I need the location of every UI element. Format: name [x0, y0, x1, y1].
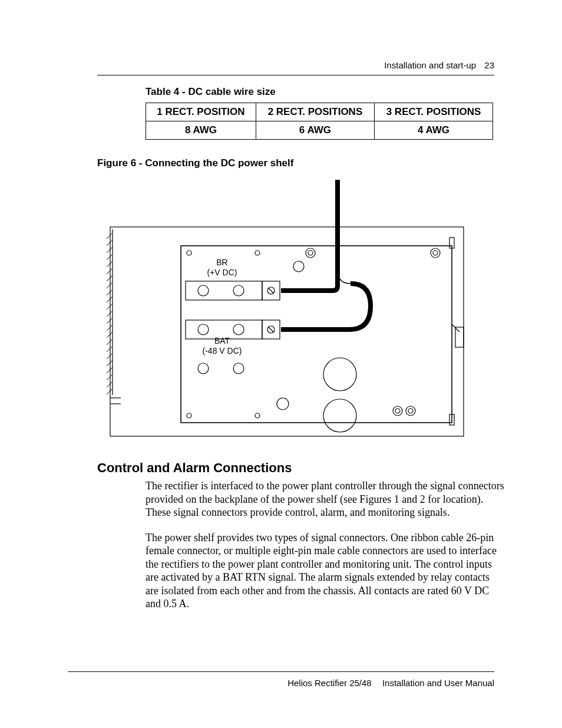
svg-point-36 [306, 248, 315, 258]
footer: Helios Rectifier 25/48 Installation and … [287, 678, 494, 688]
svg-line-11 [107, 297, 113, 302]
svg-line-14 [107, 318, 113, 324]
svg-point-57 [277, 398, 289, 410]
svg-line-20 [107, 360, 113, 366]
svg-line-45 [269, 288, 273, 293]
table-4: 1 RECT. POSITION 2 RECT. POSITIONS 3 REC… [146, 103, 493, 140]
svg-point-61 [408, 409, 413, 413]
hatching [107, 233, 113, 394]
footer-right: Installation and User Manual [382, 678, 494, 688]
svg-point-37 [308, 251, 313, 255]
svg-line-16 [107, 332, 113, 338]
bat-sub-label: (-48 V DC) [203, 346, 242, 355]
svg-line-8 [107, 275, 113, 281]
paragraph: The power shelf provides two types of si… [146, 531, 505, 611]
svg-line-18 [107, 346, 113, 352]
svg-point-39 [433, 251, 438, 255]
table-header-cell: 2 RECT. POSITIONS [256, 103, 374, 121]
svg-point-60 [406, 406, 415, 416]
table-4-caption: Table 4 - DC cable wire size [146, 86, 494, 98]
section-heading: Control and Alarm Connections [97, 460, 494, 476]
header-rule [97, 75, 494, 75]
svg-point-33 [255, 251, 260, 255]
svg-line-2 [107, 233, 113, 239]
svg-point-56 [323, 399, 356, 432]
svg-line-10 [107, 289, 113, 295]
table-cell: 6 AWG [256, 121, 374, 140]
svg-point-35 [255, 413, 260, 418]
svg-point-59 [395, 409, 400, 413]
svg-point-34 [187, 413, 191, 418]
svg-line-15 [107, 325, 113, 331]
svg-point-42 [233, 285, 244, 296]
svg-line-5 [107, 254, 113, 260]
footer-left: Helios Rectifier 25/48 [287, 678, 372, 688]
table-cell: 4 AWG [374, 121, 492, 140]
table-cell: 8 AWG [146, 121, 256, 140]
table-header-cell: 3 RECT. POSITIONS [374, 103, 492, 121]
svg-line-12 [107, 304, 113, 309]
svg-line-7 [107, 268, 113, 274]
svg-point-38 [431, 248, 440, 258]
table-header-cell: 1 RECT. POSITION [146, 103, 256, 121]
svg-line-17 [107, 339, 113, 345]
table-header-row: 1 RECT. POSITION 2 RECT. POSITIONS 3 REC… [146, 103, 493, 121]
svg-line-51 [269, 327, 273, 332]
figure-6-diagram: .ln{stroke:#000;stroke-width:1.2;fill:no… [104, 180, 470, 439]
svg-line-24 [107, 388, 113, 394]
svg-point-58 [393, 406, 402, 416]
svg-point-53 [198, 363, 209, 374]
svg-point-41 [198, 285, 209, 296]
body-text: The rectifier is interfaced to the power… [146, 479, 505, 611]
svg-line-3 [107, 240, 113, 246]
running-header: Installation and start-up 23 [384, 60, 494, 70]
svg-line-4 [107, 247, 113, 253]
bat-label: BAT [214, 336, 230, 345]
footer-rule [68, 671, 494, 672]
svg-point-55 [323, 358, 356, 391]
svg-point-32 [187, 251, 191, 255]
table-row: 8 AWG 6 AWG 4 AWG [146, 121, 493, 140]
svg-line-13 [107, 311, 113, 317]
svg-line-23 [107, 381, 113, 387]
figure-6-caption: Figure 6 - Connecting the DC power shelf [97, 157, 494, 169]
svg-line-19 [107, 353, 113, 359]
svg-point-48 [233, 324, 244, 335]
svg-point-52 [293, 261, 304, 272]
section-title: Installation and start-up [384, 60, 476, 70]
svg-line-22 [107, 374, 113, 380]
svg-line-6 [107, 261, 113, 267]
svg-rect-40 [186, 281, 262, 300]
svg-line-21 [107, 367, 113, 373]
br-label: BR [216, 258, 227, 267]
page-number: 23 [484, 60, 494, 70]
svg-point-47 [198, 324, 209, 335]
paragraph: The rectifier is interfaced to the power… [146, 479, 505, 519]
svg-rect-30 [455, 327, 464, 347]
svg-point-54 [233, 363, 244, 374]
br-sub-label: (+V DC) [207, 268, 237, 277]
svg-line-9 [107, 282, 113, 288]
